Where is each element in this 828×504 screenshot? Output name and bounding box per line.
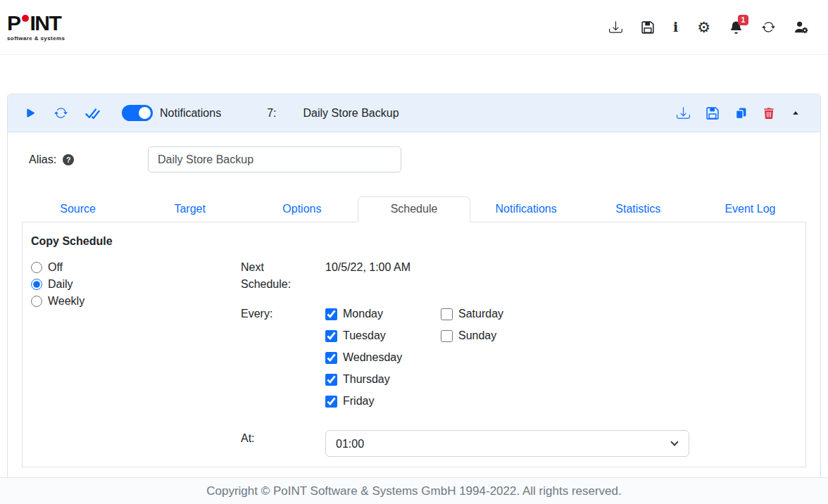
job-tabs: Source Target Options Schedule Notificat… [22,196,806,222]
collapse-panel-button[interactable] [791,108,801,118]
save-button[interactable] [641,21,654,34]
at-label: At: [241,430,301,447]
download-icon [677,106,690,120]
run-job-button[interactable] [25,107,37,119]
user-gear-icon [794,20,808,34]
notification-badge: 1 [738,15,748,25]
copy-schedule-heading: Copy Schedule [31,235,794,248]
notifications-button[interactable]: 1 [729,20,743,34]
top-bar: PINT software & systems i ⚙ 1 [0,0,828,55]
logo-red-dot-icon [22,15,29,22]
weekday-columns: Monday Tuesday Wednesday [325,305,556,415]
play-icon [25,107,37,119]
tab-statistics[interactable]: Statistics [582,196,694,222]
radio-daily-label: Daily [48,278,73,291]
logo-subtitle: software & systems [7,36,65,42]
weekday-monday[interactable]: Monday [325,305,441,322]
save-icon [706,107,719,120]
checkbox-monday[interactable] [325,308,337,320]
logo-text-p: P [7,13,20,34]
checkbox-friday[interactable] [325,396,337,408]
alias-label: Alias: [29,153,56,166]
trash-icon [763,107,774,120]
settings-button[interactable]: ⚙ [697,20,710,34]
download-job-button[interactable] [677,106,690,120]
alias-row: Alias: ? [29,146,799,172]
download-button[interactable] [609,20,622,34]
radio-off[interactable] [31,262,42,273]
caret-up-icon [791,108,801,118]
wednesday-label: Wednesday [343,351,402,364]
copyright-text: Copyright © PoINT Software & Systems Gmb… [206,484,622,498]
job-number: 7: [267,107,276,120]
refresh-icon [762,20,775,34]
copy-icon [735,107,747,120]
user-settings-button[interactable] [794,20,808,34]
sunday-label: Sunday [458,329,496,342]
job-title: Daily Store Backup [303,107,399,120]
job-toolbar-left: Notifications 7: Daily Store Backup [25,105,399,121]
tab-schedule[interactable]: Schedule [358,196,470,222]
weekday-saturday[interactable]: Saturday [441,305,556,322]
schedule-mode-off[interactable]: Off [31,259,241,276]
copy-job-button[interactable] [735,107,747,120]
job-panel: Notifications 7: Daily Store Backup [7,94,821,479]
friday-label: Friday [343,395,374,408]
tab-notifications[interactable]: Notifications [470,196,582,222]
info-button[interactable]: i [673,20,678,34]
saturday-label: Saturday [458,308,503,320]
app-logo: PINT software & systems [7,13,65,42]
verify-job-button[interactable] [85,108,100,119]
page-footer: Copyright © PoINT Software & Systems Gmb… [0,477,828,504]
weekday-tuesday[interactable]: Tuesday [325,327,441,344]
info-icon: i [673,20,678,34]
every-row: Every: Monday Tuesday [241,305,794,415]
notifications-toggle[interactable] [122,105,153,121]
checkbox-saturday[interactable] [441,308,453,320]
weekday-column-1: Monday Tuesday Wednesday [325,305,441,415]
checkbox-sunday[interactable] [441,330,453,342]
schedule-mode-daily[interactable]: Daily [31,276,241,293]
tab-target[interactable]: Target [134,196,246,222]
weekday-wednesday[interactable]: Wednesday [325,349,441,366]
reload-job-button[interactable] [54,106,68,120]
checkbox-thursday[interactable] [325,374,337,386]
weekday-sunday[interactable]: Sunday [441,327,556,344]
radio-weekly[interactable] [31,296,42,307]
tab-source[interactable]: Source [22,196,134,222]
download-icon [609,20,622,34]
alias-input[interactable] [148,146,401,172]
next-schedule-row: Next Schedule: 10/5/22, 1:00 AM [241,259,794,293]
tab-event-log[interactable]: Event Log [694,196,806,222]
help-icon[interactable]: ? [63,154,74,165]
weekday-friday[interactable]: Friday [325,393,441,410]
checkbox-wednesday[interactable] [325,352,337,364]
checkbox-tuesday[interactable] [325,330,337,342]
monday-label: Monday [343,308,383,320]
tuesday-label: Tuesday [343,329,386,342]
weekday-thursday[interactable]: Thursday [325,371,441,388]
tab-options[interactable]: Options [246,196,358,222]
logo-text-int: INT [30,13,61,34]
every-label: Every: [241,305,301,322]
notifications-toggle-group: Notifications [122,105,221,121]
save-job-button[interactable] [706,107,719,120]
refresh-button[interactable] [762,20,775,34]
refresh-icon [54,106,68,120]
schedule-pane: Copy Schedule Off Daily Weekly Next Sc [22,222,806,467]
save-icon [641,21,654,34]
job-toolbar: Notifications 7: Daily Store Backup [8,94,820,132]
weekday-column-2: Saturday Sunday [441,305,556,415]
thursday-label: Thursday [343,373,390,386]
schedule-mode-group: Off Daily Weekly [31,259,241,457]
time-select[interactable]: 01:00 [325,430,689,457]
logo-text: PINT [7,13,65,34]
gear-icon: ⚙ [697,20,710,34]
job-toolbar-right [677,106,801,120]
schedule-mode-weekly[interactable]: Weekly [31,293,241,310]
delete-job-button[interactable] [763,107,774,120]
radio-off-label: Off [48,261,63,274]
radio-daily[interactable] [31,279,42,290]
radio-weekly-label: Weekly [48,295,84,308]
check-all-icon [85,108,100,119]
